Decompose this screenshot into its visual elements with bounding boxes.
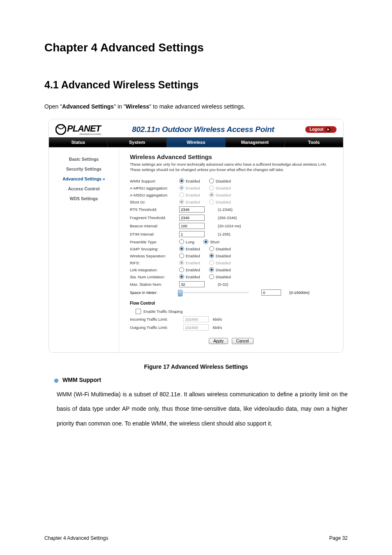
radio-rifs-disabled[interactable]: Disabled	[209, 260, 231, 265]
radio-stalimit-disabled[interactable]: Disabled	[209, 274, 231, 279]
label-stalimit: Sta. Num Limitation:	[130, 275, 179, 279]
label-rifs: RIFS:	[130, 261, 179, 265]
apply-button[interactable]: Apply	[209, 338, 228, 344]
label-igmp: IGMP Snooping:	[130, 247, 179, 251]
label-dtim: DTIM Interval:	[130, 232, 179, 236]
side-advanced-settings[interactable]: Advanced Settings »	[49, 174, 119, 184]
radio-ampdu-disabled[interactable]: Disabled	[209, 185, 231, 190]
label-outgoing: Outgoing Traffic Limit:	[130, 325, 183, 330]
radio-wmm-enabled[interactable]: Enabled	[179, 178, 200, 183]
label-ampdu: A-MPDU aggregation:	[130, 186, 179, 190]
nav-management[interactable]: Management	[226, 137, 284, 147]
intro-mid: " in "	[114, 103, 126, 110]
label-frag: Fragment Threshold:	[130, 215, 179, 220]
intro-pre: Open "	[44, 103, 62, 110]
label-space: Space In Meter:	[130, 290, 179, 295]
radio-igmp-disabled[interactable]: Disabled	[209, 246, 231, 251]
main-pane: Wireless Advanced Settings These setting…	[119, 148, 343, 352]
screenshot-frame: PLANET Networking & Communication 802.11…	[48, 119, 344, 353]
intro-text: Open "Advanced Settings" in "Wireless" t…	[44, 103, 348, 110]
label-preamble: Preamble Type:	[130, 240, 179, 244]
input-space[interactable]	[261, 289, 281, 296]
radio-ampdu-enabled[interactable]: Enabled	[179, 185, 200, 190]
chapter-title: Chapter 4 Advanced Settings	[44, 41, 348, 54]
unit-outgoing: kbit/s	[213, 325, 222, 330]
radio-igmp-enabled[interactable]: Enabled	[179, 246, 200, 251]
radio-shortgi-disabled[interactable]: Disabled	[209, 199, 231, 204]
pane-desc: These settings are only for more technic…	[130, 162, 332, 173]
planet-logo-sub: Networking & Communication	[79, 133, 101, 135]
label-incoming: Incoming Traffic Limit:	[130, 317, 183, 321]
hint-space: (0-15000m)	[289, 290, 309, 295]
input-rts[interactable]	[179, 206, 205, 213]
label-maxsta: Max. Station Num:	[130, 282, 179, 287]
label-traffic-shaping: Enable Traffic Shaping	[143, 309, 182, 314]
label-amsdu: A-MSDU aggregation:	[130, 193, 179, 197]
planet-logo: PLANET Networking & Communication	[55, 123, 101, 135]
logout-label: Logout	[309, 127, 323, 132]
radio-link-enabled[interactable]: Enabled	[179, 267, 200, 272]
input-maxsta[interactable]	[179, 281, 205, 287]
footer-right: Page 32	[329, 535, 348, 541]
input-incoming[interactable]	[183, 316, 209, 322]
radio-link-disabled[interactable]: Disabled	[209, 267, 231, 272]
input-beacon[interactable]	[179, 223, 205, 229]
planet-logo-text: PLANET	[67, 123, 101, 134]
nav-status[interactable]: Status	[49, 137, 108, 147]
side-menu: Basic Settings Security Settings Advance…	[49, 148, 119, 352]
label-link: Link Integration:	[130, 268, 179, 272]
hint-beacon: (20-1024 ms)	[218, 224, 241, 228]
slider-space[interactable]	[179, 292, 249, 293]
label-shortgi: Short GI:	[130, 200, 179, 204]
intro-bold-1: Advanced Settings	[62, 103, 114, 110]
radio-rifs-enabled[interactable]: Enabled	[179, 260, 200, 265]
hint-maxsta: (0-32)	[218, 282, 228, 287]
hint-dtim: (1-255)	[218, 232, 231, 236]
hint-rts: (1-2346)	[218, 207, 233, 212]
label-beacon: Beacon Interval:	[130, 224, 179, 228]
input-frag[interactable]	[179, 215, 205, 221]
label-rts: RTS Threshold:	[130, 207, 179, 212]
bullet-icon	[54, 379, 58, 383]
radio-sep-disabled[interactable]: Disabled	[209, 253, 231, 258]
nav-system[interactable]: System	[108, 137, 166, 147]
radio-preamble-short[interactable]: Short	[203, 239, 219, 244]
radio-wmm-disabled[interactable]: Disabled	[209, 178, 231, 183]
logout-arrow-icon	[326, 127, 331, 132]
radio-amsdu-disabled[interactable]: Disabled	[209, 192, 231, 197]
bullet-heading: WMM Support	[62, 377, 101, 383]
footer-left: Chapter 4 Advanced Settings	[44, 535, 108, 541]
radio-stalimit-enabled[interactable]: Enabled	[179, 274, 200, 279]
figure-caption: Figure 17 Advanced Wireless Settings	[44, 363, 348, 370]
radio-amsdu-enabled[interactable]: Enabled	[179, 192, 200, 197]
flow-heading: Flow Control	[130, 301, 332, 305]
body-paragraph: WMM (Wi-Fi Multimedia) is a subset of 80…	[57, 387, 348, 431]
hint-frag: (256-2346)	[218, 215, 237, 220]
input-dtim[interactable]	[179, 231, 205, 237]
side-access-control[interactable]: Access Control	[49, 184, 119, 194]
side-wds-settings[interactable]: WDS Settings	[49, 194, 119, 204]
side-basic-settings[interactable]: Basic Settings	[49, 154, 119, 164]
radio-preamble-long[interactable]: Long	[179, 239, 194, 244]
slider-thumb-icon[interactable]	[178, 290, 182, 296]
radio-shortgi-enabled[interactable]: Enabled	[179, 199, 200, 204]
logout-button[interactable]: Logout	[305, 126, 337, 133]
checkbox-traffic-shaping[interactable]	[136, 309, 141, 314]
intro-bold-2: Wireless	[126, 103, 149, 110]
label-sep: Wireless Separation:	[130, 254, 179, 258]
input-outgoing[interactable]	[183, 324, 209, 331]
nav-tools[interactable]: Tools	[285, 137, 343, 147]
radio-sep-enabled[interactable]: Enabled	[179, 253, 200, 258]
nav-wireless[interactable]: Wireless	[167, 137, 226, 147]
intro-post: " to make advanced wireless settings.	[149, 103, 245, 110]
cancel-button[interactable]: Cancel	[232, 338, 254, 344]
unit-incoming: kbit/s	[213, 317, 222, 321]
section-title: 4.1 Advanced Wireless Settings	[44, 79, 348, 91]
pane-heading: Wireless Advanced Settings	[130, 153, 332, 160]
screenshot-title: 802.11n Outdoor Wireless Access Point	[132, 125, 274, 134]
main-nav: Status System Wireless Management Tools	[49, 137, 343, 147]
side-security-settings[interactable]: Security Settings	[49, 164, 119, 174]
label-wmm: WMM Support:	[130, 179, 179, 183]
